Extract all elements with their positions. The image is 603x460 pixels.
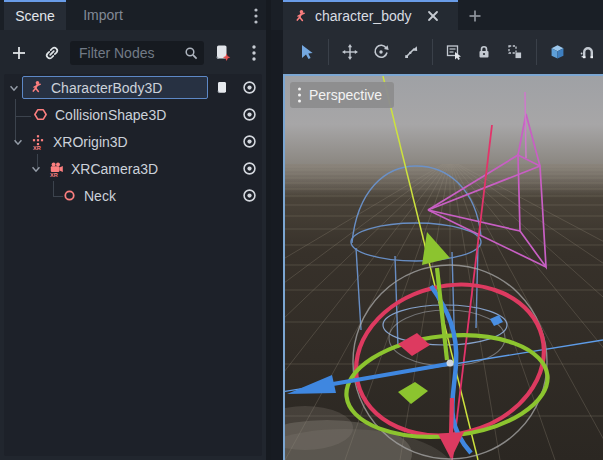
new-scene-tab-button[interactable]: [465, 6, 485, 26]
chevron-down-icon[interactable]: [8, 82, 20, 94]
toolbar-separator: [536, 39, 537, 65]
tab-scene-label: Scene: [15, 8, 55, 24]
tree-row-xrcamera3d[interactable]: XR XRCamera3D: [4, 155, 262, 182]
node-label: Neck: [84, 188, 116, 204]
scene-dock: Scene Import: [0, 0, 266, 460]
xr-camera-3d-icon: XR: [48, 161, 64, 177]
search-icon: [183, 45, 199, 65]
scene-tab-label: character_body: [315, 8, 412, 24]
spatial-toolbar: [283, 30, 603, 74]
script-new-icon: [212, 43, 232, 63]
tree-row-xrorigin3d[interactable]: XR XROrigin3D: [4, 128, 262, 155]
select-arrow-icon: [298, 43, 316, 61]
chevron-down-icon[interactable]: [12, 136, 24, 148]
xr-origin-3d-icon: XR: [30, 134, 46, 150]
scene-tab-bar: character_body: [271, 0, 603, 30]
add-node-button[interactable]: [8, 42, 30, 64]
toolbar-separator: [328, 39, 329, 65]
perspective-menu[interactable]: Perspective: [290, 82, 394, 108]
group-selected-button[interactable]: [502, 39, 526, 65]
attach-script-button[interactable]: [211, 42, 233, 64]
move-arrow-x-shaft: [451, 398, 452, 436]
node-label: XROrigin3D: [53, 134, 128, 150]
filter-nodes-field: [70, 41, 204, 65]
scale-icon: [402, 43, 420, 61]
tree-row-characterbody3d[interactable]: CharacterBody3D: [4, 74, 262, 101]
tree-row-collisionshape3d[interactable]: CollisionShape3D: [4, 101, 262, 128]
godot-editor: Scene Import: [0, 0, 603, 460]
list-select-icon: [445, 43, 463, 61]
visibility-eye-icon[interactable]: [241, 106, 258, 123]
tab-import[interactable]: Import: [70, 0, 136, 30]
node-label: XRCamera3D: [71, 161, 158, 177]
viewport-scene: [285, 76, 603, 460]
tab-import-label: Import: [83, 7, 123, 23]
main-viewport-panel: character_body: [271, 0, 603, 460]
visibility-eye-icon[interactable]: [241, 79, 258, 96]
scene-tree: CharacterBody3D CollisionShape3: [4, 74, 262, 456]
toolbar-separator: [432, 39, 433, 65]
viewport-3d[interactable]: Perspective: [283, 74, 603, 460]
visibility-eye-icon[interactable]: [241, 160, 258, 177]
use-local-space-button[interactable]: [546, 39, 570, 65]
use-snap-button[interactable]: [576, 39, 600, 65]
chevron-down-icon[interactable]: [30, 163, 42, 175]
selected-node-box: CharacterBody3D: [22, 76, 208, 99]
move-mode-button[interactable]: [338, 39, 362, 65]
filter-nodes-input[interactable]: [70, 41, 187, 65]
visibility-eye-icon[interactable]: [241, 187, 258, 204]
local-space-cube-icon: [548, 43, 567, 62]
gizmo-center: [447, 360, 454, 367]
scene-tree-options-icon[interactable]: [243, 42, 265, 64]
instance-scene-button[interactable]: [41, 42, 63, 64]
scene-tab-character-body[interactable]: character_body: [283, 0, 458, 30]
svg-text:XR: XR: [33, 145, 41, 150]
rotate-icon: [372, 43, 390, 61]
node-label: CollisionShape3D: [55, 107, 166, 123]
node-label: CharacterBody3D: [51, 80, 162, 96]
link-icon: [43, 44, 61, 62]
horizon-fog: [285, 164, 603, 198]
scene-tree-toolbar: [0, 30, 266, 72]
dock-tab-bar: Scene Import: [0, 0, 266, 30]
move-icon: [341, 43, 359, 61]
visibility-eye-icon[interactable]: [241, 133, 258, 150]
character-body-3d-icon: [29, 80, 44, 95]
marker-3d-icon: [62, 188, 77, 203]
tree-row-neck[interactable]: Neck: [4, 182, 262, 209]
script-icon[interactable]: [214, 80, 230, 96]
list-select-button[interactable]: [442, 39, 466, 65]
projection-label: Perspective: [309, 87, 382, 103]
group-icon: [506, 43, 524, 61]
svg-text:XR: XR: [50, 172, 58, 177]
rotate-mode-button[interactable]: [368, 39, 392, 65]
snap-magnet-icon: [579, 43, 597, 61]
character-body-3d-icon: [293, 9, 308, 24]
close-tab-icon[interactable]: [426, 9, 440, 23]
select-mode-button[interactable]: [295, 39, 319, 65]
lock-icon: [475, 43, 493, 61]
lock-selected-button[interactable]: [472, 39, 496, 65]
view-menu-dots-icon: [297, 86, 302, 104]
scale-mode-button[interactable]: [399, 39, 423, 65]
collision-shape-3d-icon: [33, 107, 48, 122]
tab-scene[interactable]: Scene: [4, 0, 66, 30]
dock-menu-icon[interactable]: [248, 6, 264, 26]
